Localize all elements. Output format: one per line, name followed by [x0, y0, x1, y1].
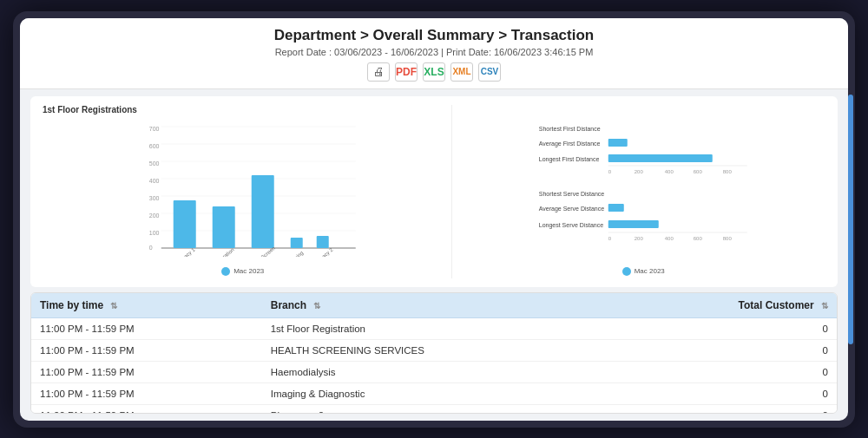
chart-left: 1st Floor Registrations 700 600 500 400 … — [43, 105, 443, 278]
cell-time: 11:00 PM - 11:59 PM — [31, 361, 262, 382]
sort-icon-branch[interactable]: ⇅ — [313, 301, 320, 311]
cell-time: 11:00 PM - 11:59 PM — [31, 339, 262, 361]
chart-left-legend: Mac 2023 — [43, 267, 443, 276]
excel-icon[interactable]: XLS — [423, 62, 445, 82]
sort-icon-time[interactable]: ⇅ — [110, 301, 117, 311]
cell-time: 11:00 PM - 11:59 PM — [31, 404, 262, 414]
data-table: Time by time ⇅ Branch ⇅ Total Customer ⇅ — [31, 293, 837, 414]
svg-text:0: 0 — [149, 245, 153, 251]
svg-rect-24 — [317, 236, 329, 248]
svg-rect-28 — [608, 139, 628, 147]
svg-text:Average First Distance: Average First Distance — [539, 141, 601, 147]
cell-total: 0 — [615, 404, 837, 414]
csv-icon[interactable]: CSV — [478, 62, 501, 82]
svg-text:400: 400 — [665, 236, 674, 241]
svg-text:Shortest First Distance: Shortest First Distance — [539, 126, 601, 132]
svg-text:400: 400 — [665, 169, 674, 174]
cell-total: 0 — [615, 361, 837, 382]
svg-rect-41 — [608, 220, 659, 228]
cell-time: 11:00 PM - 11:59 PM — [31, 382, 262, 404]
chart-right-legend: Mac 2023 — [461, 267, 825, 276]
svg-text:800: 800 — [723, 169, 733, 174]
svg-rect-30 — [608, 154, 713, 162]
xml-icon[interactable]: XML — [450, 62, 473, 82]
legend-dot-right — [622, 267, 631, 276]
cell-branch: Haemodialysis — [262, 361, 615, 382]
svg-text:600: 600 — [694, 236, 703, 241]
svg-text:600: 600 — [694, 169, 703, 174]
svg-rect-18 — [213, 206, 235, 248]
hbar-chart-svg: Shortest First Distance Average First Di… — [461, 118, 825, 257]
svg-text:600: 600 — [149, 143, 160, 149]
svg-text:200: 200 — [149, 212, 160, 219]
cell-branch: Imaging & Diagnostic — [262, 382, 615, 404]
svg-text:300: 300 — [149, 195, 160, 201]
svg-text:700: 700 — [149, 126, 160, 132]
svg-text:800: 800 — [723, 236, 733, 241]
legend-text-left: Mac 2023 — [233, 267, 264, 275]
legend-text-right: Mac 2023 — [635, 267, 665, 275]
content-area: 1st Floor Registrations 700 600 500 400 … — [20, 89, 848, 421]
device-frame: Department > Overall Summary > Transacti… — [13, 11, 855, 428]
svg-text:Registration: Registration — [210, 246, 234, 256]
bar-chart-svg: 700 600 500 400 300 200 100 0 — [43, 118, 443, 257]
svg-text:100: 100 — [149, 230, 160, 236]
charts-section: 1st Floor Registrations 700 600 500 400 … — [30, 96, 838, 287]
table-row: 11:00 PM - 11:59 PM 1st Floor Registrati… — [31, 317, 837, 339]
cell-total: 0 — [615, 317, 837, 339]
svg-text:Longest First Distance: Longest First Distance — [539, 156, 600, 163]
cell-branch: HEALTH SCREENING SERVICES — [262, 339, 615, 361]
chart-right-title — [461, 105, 825, 114]
col-time[interactable]: Time by time ⇅ — [31, 293, 262, 318]
svg-text:Longest Serve Distance: Longest Serve Distance — [539, 222, 603, 229]
svg-text:Shortest Serve Distance: Shortest Serve Distance — [539, 191, 605, 197]
scrollbar[interactable] — [848, 95, 853, 344]
cell-time: 11:00 PM - 11:59 PM — [31, 317, 262, 339]
table-row: 11:00 PM - 11:59 PM HEALTH SCREENING SER… — [31, 339, 837, 361]
breadcrumb: Department > Overall Summary > Transacti… — [37, 27, 831, 44]
svg-text:500: 500 — [149, 160, 160, 167]
top-bar: Department > Overall Summary > Transacti… — [20, 18, 848, 89]
svg-rect-20 — [252, 175, 274, 248]
svg-rect-22 — [291, 238, 303, 248]
table-row: 11:00 PM - 11:59 PM Haemodialysis 0 — [31, 361, 837, 382]
svg-text:0: 0 — [608, 169, 612, 174]
sort-icon-total[interactable]: ⇅ — [821, 301, 828, 311]
svg-text:200: 200 — [635, 236, 644, 241]
svg-rect-16 — [174, 200, 196, 248]
svg-text:Imaging: Imaging — [286, 250, 304, 257]
svg-text:400: 400 — [149, 178, 160, 184]
table-header-row: Time by time ⇅ Branch ⇅ Total Customer ⇅ — [31, 293, 837, 318]
toolbar-icons: 🖨 PDF XLS XML CSV — [37, 62, 831, 82]
svg-text:200: 200 — [635, 169, 644, 174]
pdf-icon[interactable]: PDF — [395, 62, 418, 82]
cell-branch: 1st Floor Registration — [262, 317, 615, 339]
col-branch[interactable]: Branch ⇅ — [262, 293, 615, 318]
svg-rect-39 — [608, 204, 624, 212]
legend-dot-left — [221, 267, 230, 276]
chart-right: Shortest First Distance Average First Di… — [451, 105, 825, 278]
cell-total: 0 — [615, 339, 837, 361]
screen: Department > Overall Summary > Transacti… — [20, 18, 848, 421]
chart-left-title: 1st Floor Registrations — [43, 105, 443, 114]
cell-total: 0 — [615, 382, 837, 404]
svg-text:0: 0 — [608, 236, 612, 241]
table-row: 11:00 PM - 11:59 PM Imaging & Diagnostic… — [31, 382, 837, 404]
print-icon[interactable]: 🖨 — [367, 62, 390, 82]
table-section: Time by time ⇅ Branch ⇅ Total Customer ⇅ — [30, 292, 838, 414]
cell-branch: Pharmacy 2 — [262, 404, 615, 414]
report-date: Report Date : 03/06/2023 - 16/06/2023 | … — [37, 47, 831, 57]
svg-text:Average Serve Distance: Average Serve Distance — [539, 206, 604, 212]
col-total[interactable]: Total Customer ⇅ — [615, 293, 837, 318]
table-row: 11:00 PM - 11:59 PM Pharmacy 2 0 — [31, 404, 837, 414]
